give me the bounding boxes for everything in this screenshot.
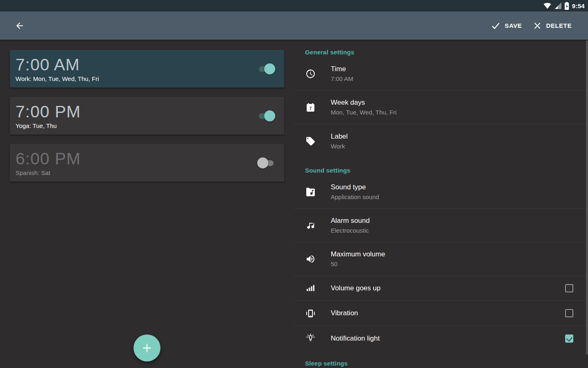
volume-up-icon <box>305 254 316 264</box>
vibration-checkbox[interactable] <box>565 309 573 317</box>
delete-button[interactable]: DELETE <box>528 18 577 34</box>
alarm-time: 7:00 PM <box>16 102 257 121</box>
volume-goes-up-checkbox[interactable] <box>565 284 573 292</box>
section-header-sound: Sound settings <box>305 158 588 175</box>
settings-scrollbar[interactable] <box>586 40 588 355</box>
add-alarm-button[interactable] <box>134 334 160 361</box>
music-note-icon <box>305 220 316 231</box>
section-header-general: General settings <box>305 40 588 57</box>
ascending-bars-icon <box>305 283 316 294</box>
setting-value: 7:00 AM <box>331 74 353 83</box>
setting-value: Electrocoustic <box>331 226 370 235</box>
alarm-subtitle: Yoga: Tue, Thu <box>16 122 257 129</box>
alarm-toggle[interactable] <box>257 157 275 168</box>
calendar-icon: 7 <box>305 102 316 112</box>
alarm-toggle[interactable] <box>257 63 275 74</box>
delete-label: DELETE <box>546 22 572 29</box>
notification-light-checkbox[interactable] <box>565 334 573 343</box>
alarm-time: 6:00 PM <box>16 149 257 168</box>
alarm-subtitle: Spanish: Sat <box>16 169 257 176</box>
setting-value: Work <box>331 142 348 150</box>
battery-charging-icon <box>564 2 569 10</box>
setting-row-vibration[interactable]: Vibration <box>294 301 588 326</box>
setting-row-week-days[interactable]: 7 Week days Mon, Tue, Wed, Thu, Fri <box>294 91 588 124</box>
setting-row-volume-goes-up[interactable]: Volume goes up <box>294 276 588 301</box>
tag-icon <box>305 136 316 146</box>
vibration-icon <box>305 308 316 319</box>
setting-row-maximum-volume[interactable]: Maximum volume 50 <box>294 242 588 276</box>
close-icon <box>533 22 541 30</box>
setting-title: Week days <box>331 98 396 107</box>
signal-icon <box>554 2 561 9</box>
toggle-knob <box>257 157 268 168</box>
setting-row-label[interactable]: Label Work <box>294 124 588 158</box>
alarm-list: 7:00 AM Work: Mon, Tue, Wed, Thu, Fri 7:… <box>0 40 294 368</box>
setting-title: Notification light <box>331 334 380 343</box>
setting-title: Time <box>331 65 353 74</box>
alarm-card[interactable]: 7:00 PM Yoga: Tue, Thu <box>10 97 284 135</box>
setting-row-sound-type[interactable]: Sound type Application sound <box>294 175 588 209</box>
section-header-sleep: Sleep settings <box>305 351 588 368</box>
notification-light-icon <box>305 333 316 343</box>
action-bar: SAVE DELETE <box>0 11 588 40</box>
setting-title: Alarm sound <box>331 216 370 225</box>
clock-icon <box>305 69 316 79</box>
setting-row-notification-light[interactable]: Notification light <box>294 326 588 351</box>
svg-text:7: 7 <box>309 106 312 111</box>
save-label: SAVE <box>505 22 522 29</box>
alarm-card[interactable]: 7:00 AM Work: Mon, Tue, Wed, Thu, Fri <box>10 50 284 88</box>
toggle-knob <box>264 63 275 74</box>
content: 7:00 AM Work: Mon, Tue, Wed, Thu, Fri 7:… <box>0 40 588 368</box>
alarm-toggle[interactable] <box>257 110 275 121</box>
setting-value: Application sound <box>331 193 379 201</box>
settings-panel: General settings Time 7:00 AM 7 Week day… <box>294 40 588 368</box>
back-button[interactable] <box>11 17 29 35</box>
check-icon <box>491 21 500 30</box>
alarm-card[interactable]: 6:00 PM Spanish: Sat <box>10 144 284 182</box>
plus-icon <box>142 343 152 353</box>
setting-title: Label <box>331 132 348 141</box>
setting-value: 50 <box>331 260 385 268</box>
save-button[interactable]: SAVE <box>486 17 528 34</box>
setting-value: Mon, Tue, Wed, Thu, Fri <box>331 108 396 117</box>
setting-row-time[interactable]: Time 7:00 AM <box>294 57 588 91</box>
arrow-left-icon <box>15 21 24 31</box>
setting-title: Volume goes up <box>331 284 381 293</box>
toggle-knob <box>264 110 275 121</box>
status-bar: 9:54 <box>0 0 588 11</box>
setting-row-alarm-sound[interactable]: Alarm sound Electrocoustic <box>294 209 588 242</box>
library-music-icon <box>305 187 316 197</box>
status-clock: 9:54 <box>572 2 585 9</box>
setting-title: Sound type <box>331 183 379 192</box>
alarm-subtitle: Work: Mon, Tue, Wed, Thu, Fri <box>16 75 257 82</box>
wifi-icon <box>543 2 551 9</box>
alarm-time: 7:00 AM <box>16 55 257 74</box>
setting-title: Vibration <box>331 309 358 318</box>
setting-title: Maximum volume <box>331 250 385 259</box>
